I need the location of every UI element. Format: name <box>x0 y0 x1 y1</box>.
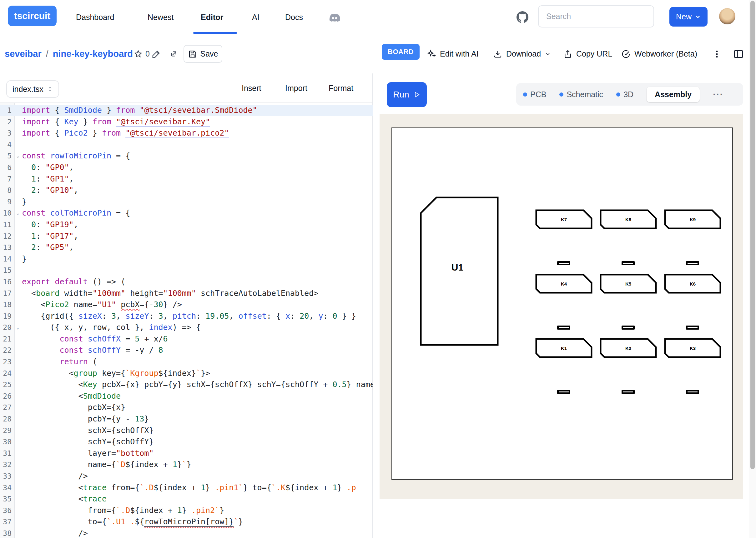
line-number: 37 <box>0 516 14 528</box>
tab-label: PCB <box>530 90 546 99</box>
nav-item-editor[interactable]: Editor <box>201 0 223 34</box>
board-badge[interactable]: BOARD <box>382 44 420 60</box>
chevrons-up-down-icon <box>47 85 53 93</box>
line-number: 30 <box>0 436 14 448</box>
toggle-panel-button[interactable] <box>733 34 744 74</box>
component-u1: U1 <box>420 196 499 346</box>
new-button[interactable]: New <box>669 7 708 27</box>
keyswitch-k5: K5 <box>600 274 657 294</box>
code-text: {grid({ sizeX: 3, sizeY: 3, pitch: 19.05… <box>21 310 373 322</box>
save-button[interactable]: Save <box>184 45 222 63</box>
breadcrumb-project-link[interactable]: nine-key-keyboard <box>53 49 133 59</box>
code-line-28: 28 pcbY={y - 13} <box>0 413 373 425</box>
save-icon <box>188 49 197 59</box>
code-text: import { Key } from "@tsci/seveibar.Key" <box>21 116 373 128</box>
code-line-5: 5⌄const rowToMicroPin = { <box>0 150 373 162</box>
line-number: 38 <box>0 528 14 538</box>
more-options-button[interactable] <box>712 34 722 74</box>
fold-spacer <box>14 173 21 185</box>
code-line-26: 26 <SmdDiode <box>0 391 373 402</box>
fold-spacer <box>14 288 21 299</box>
fold-spacer <box>14 128 21 139</box>
keyswitch-k7: K7 <box>535 209 593 229</box>
fold-marker-icon[interactable]: ⌄ <box>14 150 21 162</box>
code-line-2: 2import { Key } from "@tsci/seveibar.Key… <box>0 116 373 128</box>
project-toolbar: seveibar / nine-key-keyboard 0 Save BOAR… <box>0 34 756 74</box>
line-number: 19 <box>0 310 14 322</box>
line-number: 36 <box>0 505 14 516</box>
discord-icon[interactable] <box>329 12 340 23</box>
editor-menu-insert[interactable]: Insert <box>242 74 262 103</box>
window-scrollbar[interactable] <box>749 0 756 538</box>
line-number: 11 <box>0 219 14 231</box>
breadcrumb-owner-link[interactable]: seveibar <box>5 49 41 59</box>
webworker-label: Webworker (Beta) <box>634 49 697 58</box>
code-line-12: 12 1: "GP17", <box>0 231 373 242</box>
line-number: 25 <box>0 379 14 391</box>
code-text: 2: "GP5", <box>21 242 373 253</box>
circle-check-icon <box>621 49 631 59</box>
fold-spacer <box>14 413 21 425</box>
view-tab-pcb[interactable]: PCB <box>523 90 546 99</box>
tab-dot-icon <box>559 92 563 96</box>
star-counter[interactable]: 0 <box>134 34 150 74</box>
view-tab-3d[interactable]: 3D <box>616 90 633 99</box>
code-text: schY={schOffY} <box>21 436 373 448</box>
assembly-canvas[interactable]: U1K7K8K9K4K5K6K1K2K3 <box>379 114 743 499</box>
code-text: const rowToMicroPin = { <box>21 150 373 162</box>
github-icon[interactable] <box>516 11 528 23</box>
breadcrumb-separator: / <box>41 49 53 59</box>
diode-d7 <box>557 390 570 394</box>
code-text: const schOffY = -y / 8 <box>21 345 373 356</box>
run-button[interactable]: Run <box>387 82 427 107</box>
tab-label: Schematic <box>566 90 603 99</box>
kebab-menu-icon <box>712 49 722 59</box>
fold-marker-icon[interactable]: ⌄ <box>14 322 21 333</box>
fold-spacer <box>14 242 21 253</box>
tabs-overflow-button[interactable]: ··· <box>713 89 724 99</box>
code-line-15: 15 <box>0 265 373 276</box>
nav-item-newest[interactable]: Newest <box>147 0 174 34</box>
editor-menu-format[interactable]: Format <box>328 74 353 103</box>
tscircuit-logo[interactable]: tscircuit <box>8 6 57 26</box>
scrollbar-thumb[interactable] <box>750 1 755 469</box>
fold-marker-icon[interactable]: ⌄ <box>14 207 21 219</box>
nav-item-ai[interactable]: AI <box>252 0 260 34</box>
copy-url-button[interactable]: Copy URL <box>563 34 612 74</box>
code-line-37: 37 to={`.U1 .${rowToMicroPin[row]}`} <box>0 516 373 528</box>
avatar[interactable] <box>719 8 735 25</box>
fold-spacer <box>14 379 21 391</box>
diode-d3 <box>686 261 699 265</box>
share-up-icon <box>563 49 572 59</box>
line-number: 5 <box>0 150 14 162</box>
top-navbar: tscircuit DashboardNewestEditorAIDocs Ne… <box>0 0 756 35</box>
code-text: pcbX={x} <box>21 402 373 413</box>
edit-with-ai-button[interactable]: Edit with AI <box>427 34 479 74</box>
line-number: 31 <box>0 448 14 459</box>
line-number: 26 <box>0 391 14 402</box>
svg-text:K6: K6 <box>690 281 696 287</box>
active-tab-underline <box>193 32 237 34</box>
code-line-3: 3import { Pico2 } from "@tsci/seveibar.p… <box>0 128 373 139</box>
nav-item-docs[interactable]: Docs <box>285 0 303 34</box>
share-button[interactable] <box>169 34 178 74</box>
search-input[interactable] <box>538 5 654 27</box>
code-line-32: 32 name={`D${index + 1}`} <box>0 459 373 470</box>
code-text: /> <box>21 470 373 482</box>
nav-item-dashboard[interactable]: Dashboard <box>76 0 114 34</box>
webworker-toggle[interactable]: Webworker (Beta) <box>621 34 697 74</box>
view-tab-assembly[interactable]: Assembly <box>647 87 700 102</box>
code-line-4: 4 <box>0 139 373 151</box>
download-button[interactable]: Download <box>493 34 551 74</box>
code-editor-content[interactable]: 1import { SmdDiode } from "@tsci/seveiba… <box>0 103 373 538</box>
code-text: <board width="100mm" height="100mm" schT… <box>21 288 373 299</box>
view-tab-schematic[interactable]: Schematic <box>559 90 603 99</box>
code-line-27: 27 pcbX={x} <box>0 402 373 413</box>
run-label: Run <box>393 90 409 100</box>
rename-button[interactable] <box>152 34 161 74</box>
editor-menu-import[interactable]: Import <box>285 74 307 103</box>
chevron-down-icon <box>695 14 701 20</box>
code-line-10: 10⌄const colToMicroPin = { <box>0 207 373 219</box>
diode-d9 <box>686 390 699 394</box>
file-selector[interactable]: index.tsx <box>6 80 59 98</box>
